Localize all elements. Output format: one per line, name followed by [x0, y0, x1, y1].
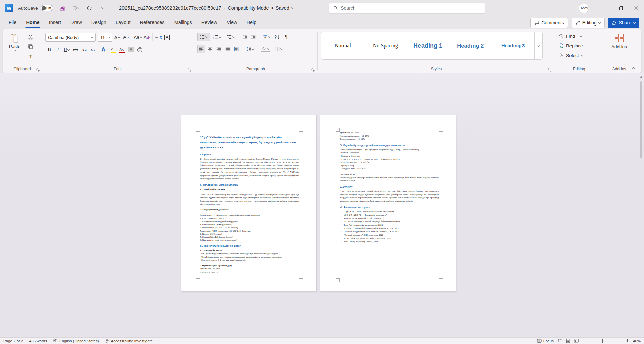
text-highlight-button[interactable] — [109, 46, 117, 54]
tab-home[interactable]: Home — [21, 16, 44, 29]
format-painter-button[interactable] — [26, 52, 34, 60]
asian-layout-button[interactable]: A — [261, 33, 273, 41]
page-number-status[interactable]: Page 2 of 2 — [3, 339, 23, 343]
shrink-font-button[interactable]: A — [122, 33, 130, 41]
style-heading-2[interactable]: Heading 2 — [449, 43, 492, 49]
tab-insert[interactable]: Insert — [44, 16, 66, 29]
zoom-slider[interactable] — [588, 341, 623, 341]
tab-help[interactable]: Help — [242, 16, 261, 29]
enclose-characters-button[interactable]: 字 — [136, 46, 144, 54]
show-formatting-button[interactable]: ¶ — [282, 33, 290, 41]
proofing-status[interactable]: English (United States) — [53, 339, 99, 343]
shading-button[interactable] — [260, 45, 272, 53]
font-dialog-launcher[interactable] — [188, 67, 192, 71]
find-button[interactable]: Find — [559, 32, 601, 40]
vertical-scrollbar[interactable] — [639, 76, 643, 335]
styles-more-button[interactable] — [534, 32, 542, 60]
minimize-button[interactable] — [598, 0, 613, 16]
tab-view[interactable]: View — [222, 16, 242, 29]
style-normal[interactable]: Normal — [321, 43, 364, 49]
restore-button[interactable] — [613, 0, 629, 16]
font-color-button[interactable]: A — [118, 46, 126, 54]
subscript-button[interactable]: x2 — [80, 46, 88, 54]
borders-button[interactable] — [273, 45, 285, 53]
zoom-slider-thumb[interactable] — [602, 339, 603, 343]
paragraph-dialog-launcher[interactable] — [311, 67, 315, 71]
tab-references[interactable]: References — [135, 16, 169, 29]
decrease-indent-button[interactable] — [241, 33, 249, 41]
bullets-button[interactable] — [197, 33, 210, 41]
web-layout-icon[interactable] — [574, 339, 579, 343]
autosave-toggle[interactable]: AutoSave Off — [18, 5, 53, 11]
underline-button[interactable]: U — [63, 46, 71, 54]
bold-button[interactable]: B — [45, 46, 53, 54]
align-left-button[interactable] — [197, 45, 205, 53]
increase-indent-button[interactable] — [249, 33, 257, 41]
italic-button[interactable]: I — [54, 46, 62, 54]
tab-file[interactable]: File — [4, 16, 21, 29]
strikethrough-button[interactable]: ab — [71, 46, 80, 54]
accessibility-status[interactable]: Accessibility: Investigate — [105, 339, 153, 343]
font-name-combobox[interactable]: Cambria (Body) — [45, 33, 96, 42]
read-mode-icon[interactable] — [558, 339, 563, 343]
styles-dialog-launcher[interactable] — [548, 67, 552, 71]
word-logo-icon[interactable]: W — [5, 4, 13, 12]
save-button[interactable] — [58, 4, 67, 12]
clear-formatting-button[interactable]: A — [143, 33, 151, 41]
share-button[interactable]: Share — [608, 18, 639, 28]
autosave-switch[interactable]: Off — [41, 5, 53, 11]
character-border-button[interactable]: A — [163, 33, 171, 41]
justify-button[interactable] — [224, 45, 232, 53]
zoom-in-button[interactable] — [626, 339, 629, 342]
search-bar[interactable] — [329, 3, 485, 13]
user-avatar[interactable]: 0229 — [579, 3, 589, 13]
tab-mailings[interactable]: Mailings — [169, 16, 197, 29]
style-heading-1[interactable]: Heading 1 — [407, 42, 449, 49]
align-right-button[interactable] — [215, 45, 223, 53]
style-heading-3[interactable]: Heading 3 — [492, 43, 534, 48]
paste-button[interactable]: Paste — [5, 32, 24, 60]
document-page-2[interactable]: Эрчим хүч, ус – 10%Хөдөлмөрийн зардал – … — [320, 115, 456, 291]
distribute-button[interactable] — [232, 45, 240, 53]
numbering-button[interactable]: 123 — [211, 33, 224, 41]
scroll-up-arrow-icon[interactable] — [640, 76, 643, 78]
line-spacing-button[interactable] — [244, 45, 256, 53]
font-size-combobox[interactable]: 11 — [98, 33, 112, 42]
document-title[interactable]: 202511_ca278ce95889232e91c77ccc80f59e17 … — [119, 0, 294, 16]
sort-button[interactable]: A Z — [273, 33, 281, 41]
tab-review[interactable]: Review — [197, 16, 222, 29]
change-case-button[interactable]: Aa — [134, 33, 142, 41]
collapse-ribbon-button[interactable] — [629, 65, 637, 71]
print-layout-icon[interactable] — [566, 339, 571, 343]
tab-layout[interactable]: Layout — [111, 16, 135, 29]
cut-button[interactable] — [26, 33, 34, 41]
close-button[interactable] — [629, 0, 644, 16]
style-no-spacing[interactable]: No Spacing — [364, 43, 407, 49]
search-input[interactable] — [341, 5, 481, 11]
grow-font-button[interactable]: A — [113, 33, 121, 41]
tab-design[interactable]: Design — [87, 16, 111, 29]
focus-button[interactable]: Focus — [537, 339, 554, 343]
undo-button[interactable] — [71, 4, 80, 12]
redo-button[interactable] — [85, 4, 94, 12]
select-button[interactable]: Select — [559, 52, 601, 59]
copy-button[interactable] — [26, 42, 34, 50]
zoom-out-button[interactable] — [583, 341, 586, 341]
character-shading-button[interactable]: A — [127, 46, 135, 54]
text-effects-button[interactable]: A — [101, 46, 109, 54]
replace-button[interactable]: Replace — [559, 42, 601, 49]
scrollbar-thumb[interactable] — [640, 81, 642, 158]
tab-draw[interactable]: Draw — [66, 16, 87, 29]
editing-mode-button[interactable]: Editing — [572, 18, 605, 28]
superscript-button[interactable]: x2 — [89, 46, 97, 54]
clipboard-dialog-launcher[interactable] — [36, 67, 40, 71]
document-page-1[interactable]: “Сүү” ХХК-ийн ариутгасан сүүний үйлдвэрл… — [181, 115, 316, 291]
phonetic-guide-button[interactable]: abc x — [154, 33, 162, 41]
multilevel-list-button[interactable] — [224, 33, 237, 41]
addins-button[interactable]: Add-ins — [603, 29, 635, 49]
align-center-button[interactable] — [206, 45, 214, 53]
comments-button[interactable]: Comments — [530, 18, 568, 28]
zoom-percentage[interactable]: 40% — [633, 339, 641, 343]
word-count-status[interactable]: 435 words — [29, 339, 47, 343]
customize-qat-button[interactable] — [98, 4, 107, 12]
